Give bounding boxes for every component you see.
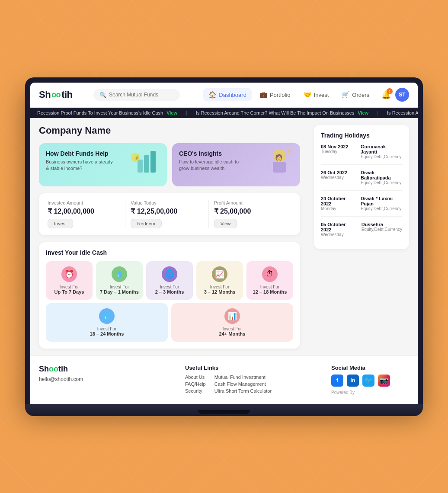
nav-dashboard-label: Dashboard (219, 92, 246, 98)
invest-1month-label1: Invest For (99, 285, 139, 289)
invest-card-1month[interactable]: 💧 Invest For 7 Day – 1 Months (96, 261, 143, 300)
ticker-item-3: Is Recession Around The Corner? What Wil… (387, 110, 418, 115)
idle-cash-section: Invest Your Idle Cash ⏰ Invest For Up To… (39, 242, 300, 349)
nav-actions: 🔔 1 ST (381, 88, 409, 102)
footer-link-cashflow[interactable]: Cash Flow Management (214, 381, 272, 387)
view-button[interactable]: View (214, 219, 237, 228)
holiday-1-name: Gurunanak Jayanti (361, 144, 402, 154)
holiday-3-date: 24 October 2022 (321, 196, 355, 206)
svg-rect-1 (144, 155, 149, 173)
main-left: Company Name How Debt Funds Help Busines… (39, 125, 300, 349)
article-ceo-illustration: 🧑 ⚡ (262, 147, 297, 181)
invest-card-12months[interactable]: 📈 Invest For 3 – 12 Months (196, 261, 243, 300)
ticker-view-1[interactable]: View (166, 110, 177, 115)
invest-3months-icon: 🌐 (162, 266, 177, 282)
footer-brand: Shootih hello@shootih.com (39, 365, 176, 395)
invest-24months-label1: Invest For (49, 327, 164, 331)
footer-link-about[interactable]: About Us (185, 375, 206, 380)
holiday-4: 05 October 2022 Wednesday Dussehra Equit… (321, 222, 402, 242)
invest-card-24plus[interactable]: 📊 Invest For 24+ Months (171, 303, 293, 342)
search-bar[interactable]: 🔍 (93, 89, 180, 101)
nav-portfolio-label: Portfolio (270, 92, 291, 98)
footer-link-security[interactable]: Security (185, 388, 206, 394)
nav-orders[interactable]: 🛒 Orders (336, 88, 374, 101)
holiday-4-name: Dussehra (362, 222, 402, 227)
footer-logo-text: Sh (39, 365, 49, 373)
holiday-4-day: Wednesday (321, 232, 356, 237)
stat-invested: Invested Amount ₹ 12,00,00,000 Invest (48, 200, 125, 228)
ticker-view-2[interactable]: View (358, 110, 368, 115)
dashboard-icon: 🏠 (208, 91, 217, 99)
invest-card-24months[interactable]: 💧 Invest For 18 – 24 Months (46, 303, 168, 342)
invest-24plus-icon: 📊 (224, 308, 240, 324)
invest-12months-label2: 3 – 12 Months (200, 289, 240, 295)
ticker-text-3: Is Recession Around The Corner? What Wil… (387, 110, 418, 115)
search-icon: 🔍 (99, 92, 106, 98)
nav-invest[interactable]: 🤝 Invest (298, 88, 334, 101)
invest-24plus-label2: 24+ Months (175, 331, 290, 336)
footer-logo-end: tih (58, 365, 68, 373)
navbar: Shootih 🔍 🏠 Dashboard 💼 Portfolio (30, 83, 418, 108)
holiday-3: 24 October 2022 Monday Diwali * Laxmi Pu… (321, 196, 402, 217)
invest-3months-label2: 2 – 3 Months (150, 289, 189, 295)
article-ceo-title: CEO's Insights (179, 150, 248, 157)
svg-text:⚡: ⚡ (286, 148, 292, 154)
holidays-card: Trading Holidays 08 Nov 2022 Tuesday Gur… (314, 125, 409, 249)
svg-rect-6 (273, 162, 286, 173)
invest-card-7days[interactable]: ⏰ Invest For Up To 7 Days (46, 261, 93, 300)
invest-3months-label1: Invest For (150, 285, 189, 289)
invest-button[interactable]: Invest (48, 219, 73, 228)
holiday-2-date: 26 Oct 2022 (321, 170, 355, 175)
footer-link-mutual[interactable]: Mutual Fund Investment (214, 375, 272, 380)
invest-24months-label2: 18 – 24 Months (49, 331, 164, 336)
holiday-1: 08 Nov 2022 Tuesday Gurunanak Jayanti Eq… (321, 144, 402, 165)
invest-card-3months[interactable]: 🌐 Invest For 2 – 3 Months (146, 261, 193, 300)
instagram-icon[interactable]: 📷 (378, 375, 390, 387)
redeem-button[interactable]: Redeem (131, 219, 162, 228)
holidays-title: Trading Holidays (321, 132, 402, 139)
stat-value-label: Value Today (131, 200, 203, 205)
stat-profit-label: Profit Amount (214, 200, 286, 205)
notification-badge: 1 (387, 88, 393, 94)
portfolio-icon: 💼 (259, 91, 268, 99)
ticker-bar: Recession Proof Funds To Invest Your Bus… (30, 108, 418, 118)
invest-7days-label1: Invest For (49, 285, 89, 289)
holiday-2-day: Wednesday (321, 175, 355, 180)
facebook-icon[interactable]: f (331, 375, 343, 387)
twitter-icon[interactable]: 🐦 (362, 375, 374, 387)
ticker-text-1: Recession Proof Funds To Invest Your Bus… (37, 110, 163, 115)
invest-7days-icon: ⏰ (61, 266, 77, 282)
footer-link-columns: About Us FAQ/Help Security Mutual Fund I… (185, 375, 323, 395)
footer-social: Social Media f in 🐦 📷 Powered By (331, 365, 409, 395)
ticker-text-2: Is Recession Around The Corner? What Wil… (196, 110, 354, 115)
invest-24plus-label1: Invest For (175, 327, 290, 331)
invest-card-18months[interactable]: ⏱ Invest For 12 – 18 Months (246, 261, 293, 300)
svg-rect-2 (150, 151, 156, 173)
notification-bell[interactable]: 🔔 1 (381, 90, 391, 99)
stat-invested-value: ₹ 12,00,00,000 (48, 207, 120, 215)
linkedin-icon[interactable]: in (347, 375, 359, 387)
search-input[interactable] (109, 92, 174, 98)
invest-7days-label2: Up To 7 Days (49, 289, 89, 295)
invest-12months-label1: Invest For (200, 285, 240, 289)
article-debt-desc: Business owners have a steady & stable i… (46, 159, 115, 172)
nav-portfolio[interactable]: 💼 Portfolio (254, 88, 296, 101)
footer-link-faq[interactable]: FAQ/Help (185, 381, 206, 387)
stats-card: Invested Amount ₹ 12,00,00,000 Invest Va… (39, 193, 300, 235)
nav-invest-label: Invest (314, 92, 329, 98)
invest-1month-icon: 💧 (112, 266, 127, 282)
footer-link-calculator[interactable]: Ultra Short Term Calculator (214, 388, 272, 394)
ticker-item-2: Is Recession Around The Corner? What Wil… (196, 110, 368, 115)
footer-logo-arrow: oo (49, 365, 58, 373)
avatar[interactable]: ST (395, 88, 409, 102)
article-debt-funds[interactable]: How Debt Funds Help Business owners have… (39, 143, 167, 186)
footer-link-col2: Mutual Fund Investment Cash Flow Managem… (214, 375, 272, 395)
nav-dashboard[interactable]: 🏠 Dashboard (203, 88, 252, 101)
page-title: Company Name (39, 125, 300, 136)
article-debt-illustration: 💰 (129, 147, 163, 181)
article-ceo-desc: How to leverage idle cash to grow busine… (179, 159, 248, 172)
social-icons: f in 🐦 📷 (331, 375, 409, 387)
article-ceo-insights[interactable]: CEO's Insights How to leverage idle cash… (172, 143, 300, 186)
stat-value-today: Value Today ₹ 12,25,00,000 Redeem (125, 200, 208, 228)
ticker-item-1: Recession Proof Funds To Invest Your Bus… (37, 110, 177, 115)
